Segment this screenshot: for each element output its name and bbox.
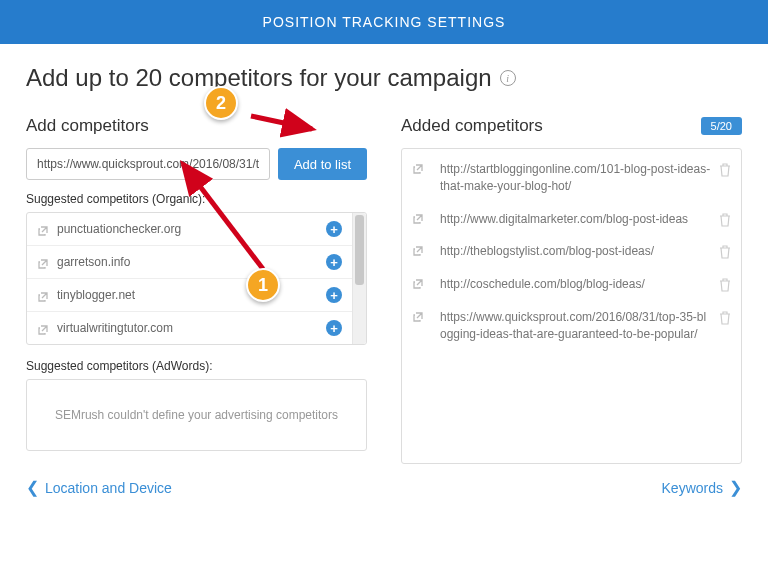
next-link-label: Keywords — [662, 480, 723, 496]
suggested-item-label: punctuationchecker.org — [57, 222, 326, 236]
trash-icon[interactable] — [719, 311, 731, 325]
add-suggestion-button[interactable]: + — [326, 287, 342, 303]
added-item-url: http://theblogstylist.com/blog-post-idea… — [440, 243, 711, 260]
suggested-item: virtualwritingtutor.com + — [27, 312, 352, 344]
external-link-icon[interactable] — [412, 161, 424, 173]
back-link[interactable]: ❮ Location and Device — [26, 480, 172, 496]
scrollbar-thumb[interactable] — [355, 215, 364, 285]
competitor-count-badge: 5/20 — [701, 117, 742, 135]
back-link-label: Location and Device — [45, 480, 172, 496]
suggested-item-label: garretson.info — [57, 255, 326, 269]
added-item: http://www.digitalmarketer.com/blog-post… — [402, 203, 741, 236]
add-competitors-heading: Add competitors — [26, 116, 367, 136]
external-link-icon[interactable] — [412, 211, 424, 223]
suggested-item-label: virtualwritingtutor.com — [57, 321, 326, 335]
external-link-icon — [37, 223, 49, 235]
external-link-icon — [37, 289, 49, 301]
external-link-icon[interactable] — [412, 309, 424, 321]
add-to-list-button[interactable]: Add to list — [278, 148, 367, 180]
added-item: https://www.quicksprout.com/2016/08/31/t… — [402, 301, 741, 351]
added-item: http://theblogstylist.com/blog-post-idea… — [402, 235, 741, 268]
info-icon[interactable]: i — [500, 70, 516, 86]
add-suggestion-button[interactable]: + — [326, 221, 342, 237]
external-link-icon — [37, 256, 49, 268]
modal-header: POSITION TRACKING SETTINGS — [0, 0, 768, 44]
added-item: http://startbloggingonline.com/101-blog-… — [402, 153, 741, 203]
added-competitors-list: http://startbloggingonline.com/101-blog-… — [401, 148, 742, 464]
trash-icon[interactable] — [719, 163, 731, 177]
chevron-left-icon: ❮ — [26, 480, 39, 496]
suggested-item: punctuationchecker.org + — [27, 213, 352, 246]
external-link-icon[interactable] — [412, 276, 424, 288]
added-item: http://coschedule.com/blog/blog-ideas/ — [402, 268, 741, 301]
add-suggestion-button[interactable]: + — [326, 254, 342, 270]
added-item-url: http://www.digitalmarketer.com/blog-post… — [440, 211, 711, 228]
suggested-adwords-empty: SEMrush couldn't define your advertising… — [26, 379, 367, 451]
trash-icon[interactable] — [719, 245, 731, 259]
suggested-item: tinyblogger.net + — [27, 279, 352, 312]
suggested-organic-heading: Suggested competitors (Organic): — [26, 192, 367, 206]
trash-icon[interactable] — [719, 278, 731, 292]
added-competitors-heading: Added competitors — [401, 116, 543, 136]
competitor-url-input[interactable] — [26, 148, 270, 180]
suggested-item: garretson.info + — [27, 246, 352, 279]
external-link-icon — [37, 322, 49, 334]
suggested-item-label: tinyblogger.net — [57, 288, 326, 302]
trash-icon[interactable] — [719, 213, 731, 227]
added-item-url: https://www.quicksprout.com/2016/08/31/t… — [440, 309, 711, 343]
added-item-url: http://startbloggingonline.com/101-blog-… — [440, 161, 711, 195]
suggested-organic-list: punctuationchecker.org + garretson.info … — [26, 212, 367, 345]
external-link-icon[interactable] — [412, 243, 424, 255]
add-suggestion-button[interactable]: + — [326, 320, 342, 336]
next-link[interactable]: Keywords ❯ — [662, 480, 742, 496]
modal-title: POSITION TRACKING SETTINGS — [263, 14, 506, 30]
chevron-right-icon: ❯ — [729, 480, 742, 496]
added-item-url: http://coschedule.com/blog/blog-ideas/ — [440, 276, 711, 293]
page-title: Add up to 20 competitors for your campai… — [26, 64, 742, 92]
scrollbar[interactable] — [352, 213, 366, 344]
suggested-adwords-heading: Suggested competitors (AdWords): — [26, 359, 367, 373]
